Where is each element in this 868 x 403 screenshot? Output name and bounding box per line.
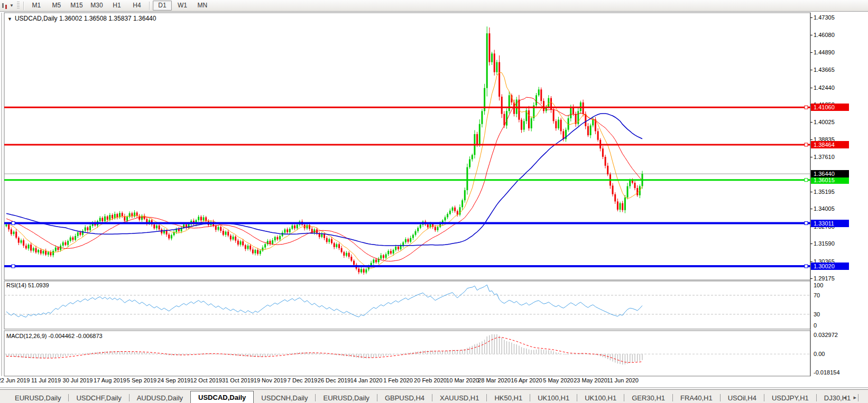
chart-title-text: USDCAD,Daily 1.36002 1.36508 1.35837 1.3… — [15, 15, 156, 22]
price-tick-mark — [810, 139, 812, 140]
date-tick-label: 5 May 2020 — [543, 377, 573, 383]
price-tick-mark — [810, 192, 812, 192]
tab-eurusd-daily[interactable]: EURUSD,Daily — [7, 392, 68, 403]
macd-axis-top: 0.032972 — [814, 332, 838, 338]
tab-hk50-h1[interactable]: HK50,H1 — [487, 392, 530, 403]
timeframe-button-mn[interactable]: MN — [193, 1, 212, 11]
date-tick-label: 5 Sep 2019 — [127, 377, 156, 383]
hline-price-badge: 1.30020 — [811, 263, 849, 270]
price-tick-mark — [810, 52, 812, 53]
date-tick-label: 11 Jun 2020 — [607, 377, 639, 383]
hline-price-badge: 1.33011 — [811, 220, 849, 227]
price-tick-label: 1.46080 — [814, 32, 835, 38]
price-tick-label: 1.44890 — [814, 49, 835, 55]
date-tick-label: 14 Jan 2020 — [350, 377, 383, 383]
tab-xauusd-h1[interactable]: XAUUSD,H1 — [432, 392, 486, 403]
price-tick-label: 1.31590 — [814, 240, 835, 247]
price-tick-label: 1.34005 — [814, 205, 835, 212]
date-tick-label: 7 Dec 2019 — [288, 377, 317, 383]
price-tick-mark — [810, 157, 812, 157]
tab-uk100-h1[interactable]: UK100,H1 — [577, 392, 624, 403]
date-tick-label: 16 Apr 2020 — [511, 377, 542, 383]
tab-eurusd-daily[interactable]: EURUSD,Daily — [316, 392, 376, 403]
price-tick-label: 1.35195 — [814, 189, 835, 195]
rsi-axis-label: 100 — [814, 282, 823, 288]
tab-uk100-h1[interactable]: UK100,H1 — [530, 392, 577, 403]
date-tick-label: 31 Oct 2019 — [222, 377, 254, 383]
hline-price-badge: 1.36015 — [811, 176, 849, 184]
tab-scroll-left-icon[interactable]: ◂ — [843, 394, 854, 400]
date-tick-label: 19 Nov 2019 — [254, 377, 287, 383]
date-tick-label: 22 Jun 2019 — [0, 377, 30, 383]
date-tick-label: 26 Dec 2019 — [318, 377, 350, 383]
price-tick-mark — [810, 70, 812, 70]
price-tick-label: 1.37610 — [814, 154, 835, 160]
price-tick-label: 1.29175 — [814, 275, 835, 282]
date-tick-label: 17 Aug 2019 — [94, 377, 126, 383]
timeframe-button-m15[interactable]: M15 — [67, 1, 86, 11]
price-tick-mark — [810, 243, 812, 244]
timeframe-button-w1[interactable]: W1 — [173, 1, 192, 11]
price-chart-plot[interactable] — [0, 12, 868, 389]
chart-tab-bar: EURUSD,DailyUSDCHF,DailyAUDUSD,DailyUSDC… — [0, 389, 868, 403]
date-tick-label: 28 Mar 2020 — [478, 377, 511, 383]
timeframe-button-m5[interactable]: M5 — [47, 1, 66, 11]
rsi-axis-label: 30 — [814, 311, 820, 317]
date-tick-label: 30 Jul 2019 — [63, 377, 93, 383]
chart-context-caret-icon[interactable]: ▼ — [7, 16, 12, 22]
timeframe-button-m1[interactable]: M1 — [27, 1, 46, 11]
chevron-down-icon[interactable]: ▼ — [10, 3, 14, 8]
price-tick-label: 1.40025 — [814, 119, 835, 125]
price-tick-mark — [810, 35, 812, 35]
mt4-window: ▼ M1M5M15M30H1H4D1W1MN ▼USDCAD,Daily 1.3… — [0, 0, 868, 403]
price-tick-mark — [810, 278, 812, 279]
timeframe-button-h4[interactable]: H4 — [127, 1, 146, 11]
tab-audusd-daily[interactable]: AUDUSD,Daily — [130, 392, 190, 403]
tab-fra40-h1[interactable]: FRA40,H1 — [673, 392, 720, 403]
tab-ger30-h1[interactable]: GER30,H1 — [624, 392, 672, 403]
toolbar-separator — [23, 2, 24, 10]
date-tick-label: 20 Feb 2020 — [414, 377, 447, 383]
price-tick-mark — [810, 261, 812, 262]
toolbar-drag-handle[interactable] — [17, 2, 20, 10]
macd-axis-bottom: -0.018154 — [814, 369, 840, 376]
price-tick-mark — [810, 17, 812, 18]
toolbar-separator — [149, 2, 150, 10]
timeframe-button-h1[interactable]: H1 — [107, 1, 126, 11]
tab-usdjpy-h1[interactable]: USDJPY,H1 — [764, 392, 816, 403]
timeframe-button-d1[interactable]: D1 — [153, 1, 172, 11]
timeframe-toolbar: ▼ M1M5M15M30H1H4D1W1MN — [0, 0, 868, 12]
hline-price-badge: 1.38464 — [811, 141, 849, 148]
tab-gbpusd-h4[interactable]: GBPUSD,H4 — [377, 392, 432, 403]
rsi-pane-title: RSI(14) 51.0939 — [6, 282, 49, 288]
price-tick-mark — [810, 88, 812, 88]
date-tick-label: 24 Sep 2019 — [158, 377, 190, 383]
price-tick-label: 1.47305 — [814, 14, 835, 21]
price-tick-label: 1.43665 — [814, 67, 835, 73]
rsi-axis-label: 0 — [814, 322, 817, 329]
price-tick-label: 1.42440 — [814, 85, 835, 91]
chart-title: ▼USDCAD,Daily 1.36002 1.36508 1.35837 1.… — [7, 15, 156, 22]
price-tick-mark — [810, 122, 812, 123]
tab-usdcnh-daily[interactable]: USDCNH,Daily — [254, 392, 315, 403]
price-tick-mark — [810, 209, 812, 209]
rsi-axis-label: 70 — [814, 292, 820, 298]
date-tick-label: 23 May 2020 — [574, 377, 607, 383]
chart-bars-icon[interactable] — [1, 2, 8, 10]
timeframe-button-m30[interactable]: M30 — [87, 1, 106, 11]
macd-pane-title: MACD(12,26,9) -0.004462 -0.006873 — [6, 333, 103, 339]
tab-scroll-arrows[interactable]: ◂▸ — [843, 394, 864, 401]
tab-usoil-h4[interactable]: USOil,H4 — [721, 392, 764, 403]
tab-scroll-right-icon[interactable]: ▸ — [853, 394, 864, 400]
chart-area: ▼USDCAD,Daily 1.36002 1.36508 1.35837 1.… — [0, 12, 868, 389]
date-tick-label: 10 Mar 2020 — [446, 377, 479, 383]
date-tick-label: 11 Jul 2019 — [31, 377, 61, 383]
tab-usdchf-daily[interactable]: USDCHF,Daily — [69, 392, 128, 403]
tab-usdcad-daily[interactable]: USDCAD,Daily — [190, 391, 254, 403]
hline-price-badge: 1.41060 — [811, 104, 849, 111]
date-tick-label: 12 Oct 2019 — [190, 377, 222, 383]
current-price-badge: 1.36440 — [811, 170, 849, 177]
macd-axis-zero: 0.00 — [814, 351, 825, 357]
date-tick-label: 1 Feb 2020 — [383, 377, 413, 383]
